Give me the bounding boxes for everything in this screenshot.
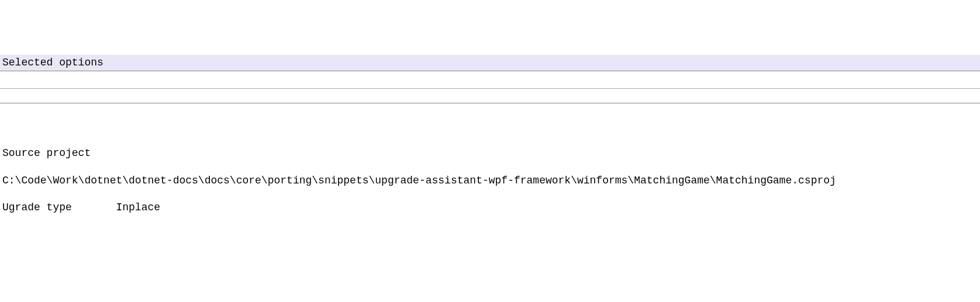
upgrade-type-label: Ugrade type — [2, 202, 72, 213]
selected-options-header: Selected options — [0, 55, 980, 71]
steps-section: Steps — [0, 297, 980, 302]
blank-line — [0, 256, 980, 269]
spacer — [72, 202, 116, 213]
source-project-label: Source project — [2, 147, 91, 159]
source-project-section: Source project C:\Code\Work\dotnet\dotne… — [0, 133, 980, 229]
source-project-path: C:\Code\Work\dotnet\dotnet-docs\docs\cor… — [2, 175, 836, 186]
divider — [0, 103, 980, 103]
header-title: Selected options — [2, 57, 103, 68]
divider — [0, 88, 980, 89]
upgrade-type-value: Inplace — [116, 202, 160, 213]
